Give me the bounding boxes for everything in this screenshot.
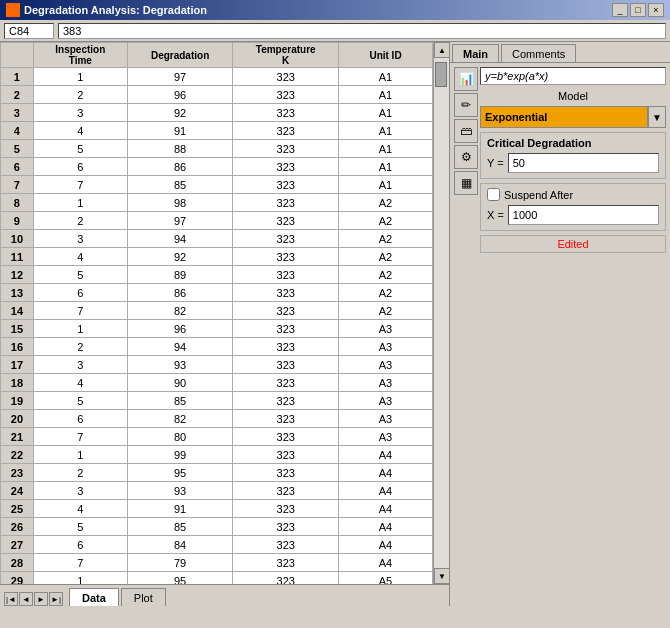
table-cell[interactable]: 3: [33, 356, 127, 374]
dropdown-arrow-icon[interactable]: ▼: [648, 106, 666, 128]
table-row[interactable]: 20682323A3: [1, 410, 433, 428]
table-cell[interactable]: 3: [1, 104, 34, 122]
table-row[interactable]: 29195323A5: [1, 572, 433, 585]
table-cell[interactable]: 97: [127, 212, 233, 230]
table-row[interactable]: 3392323A1: [1, 104, 433, 122]
table-cell[interactable]: A4: [339, 518, 433, 536]
table-cell[interactable]: 99: [127, 446, 233, 464]
table-cell[interactable]: 85: [127, 176, 233, 194]
table-cell[interactable]: 94: [127, 338, 233, 356]
table-cell[interactable]: 323: [233, 410, 339, 428]
scroll-down-button[interactable]: ▼: [434, 568, 449, 584]
table-cell[interactable]: 97: [127, 68, 233, 86]
window-controls[interactable]: _ □ ×: [612, 3, 664, 17]
table-cell[interactable]: 2: [33, 464, 127, 482]
col-header-inspection[interactable]: InspectionTime: [33, 43, 127, 68]
table-cell[interactable]: 7: [1, 176, 34, 194]
table-cell[interactable]: 323: [233, 86, 339, 104]
table-row[interactable]: 18490323A3: [1, 374, 433, 392]
table-cell[interactable]: 10: [1, 230, 34, 248]
table-cell[interactable]: 19: [1, 392, 34, 410]
table-cell[interactable]: 1: [33, 446, 127, 464]
maximize-button[interactable]: □: [630, 3, 646, 17]
table-cell[interactable]: A1: [339, 140, 433, 158]
table-row[interactable]: 14782323A2: [1, 302, 433, 320]
table-cell[interactable]: 323: [233, 338, 339, 356]
table-row[interactable]: 9297323A2: [1, 212, 433, 230]
table-cell[interactable]: 1: [1, 68, 34, 86]
table-cell[interactable]: A4: [339, 554, 433, 572]
tab-prev-button[interactable]: ◄: [19, 592, 33, 606]
table-row[interactable]: 15196323A3: [1, 320, 433, 338]
table-cell[interactable]: 323: [233, 500, 339, 518]
table-cell[interactable]: 323: [233, 536, 339, 554]
table-cell[interactable]: 7: [33, 176, 127, 194]
table-cell[interactable]: 323: [233, 176, 339, 194]
table-cell[interactable]: 20: [1, 410, 34, 428]
table-cell[interactable]: 5: [33, 518, 127, 536]
table-cell[interactable]: A1: [339, 104, 433, 122]
table-cell[interactable]: 86: [127, 158, 233, 176]
table-cell[interactable]: 5: [33, 266, 127, 284]
scroll-thumb[interactable]: [435, 62, 447, 87]
table-cell[interactable]: A3: [339, 392, 433, 410]
table-cell[interactable]: 323: [233, 104, 339, 122]
table-cell[interactable]: 1: [33, 68, 127, 86]
table-cell[interactable]: 92: [127, 104, 233, 122]
table-cell[interactable]: 323: [233, 446, 339, 464]
table-cell[interactable]: 323: [233, 212, 339, 230]
table-cell[interactable]: 89: [127, 266, 233, 284]
table-cell[interactable]: 91: [127, 500, 233, 518]
table-cell[interactable]: 9: [1, 212, 34, 230]
table-cell[interactable]: 91: [127, 122, 233, 140]
col-header-unitid[interactable]: Unit ID: [339, 43, 433, 68]
table-cell[interactable]: 323: [233, 572, 339, 585]
table-cell[interactable]: A1: [339, 68, 433, 86]
table-cell[interactable]: A3: [339, 320, 433, 338]
model-dropdown[interactable]: Exponential ▼: [480, 106, 666, 128]
table-cell[interactable]: A1: [339, 122, 433, 140]
table-row[interactable]: 10394323A2: [1, 230, 433, 248]
table-cell[interactable]: 4: [33, 500, 127, 518]
table-cell[interactable]: 4: [33, 248, 127, 266]
settings-icon-btn[interactable]: ⚙: [454, 145, 478, 169]
table-cell[interactable]: 98: [127, 194, 233, 212]
table-cell[interactable]: A3: [339, 428, 433, 446]
table-cell[interactable]: A2: [339, 284, 433, 302]
tab-last-button[interactable]: ►|: [49, 592, 63, 606]
table-cell[interactable]: A4: [339, 464, 433, 482]
table-cell[interactable]: A1: [339, 158, 433, 176]
x-value-input[interactable]: [508, 205, 659, 225]
table-cell[interactable]: 79: [127, 554, 233, 572]
table-row[interactable]: 26585323A4: [1, 518, 433, 536]
table-cell[interactable]: 82: [127, 410, 233, 428]
table-row[interactable]: 7785323A1: [1, 176, 433, 194]
table-cell[interactable]: 7: [33, 302, 127, 320]
table-scroll[interactable]: InspectionTime Degradation TemperatureK …: [0, 42, 433, 584]
table-cell[interactable]: 86: [127, 284, 233, 302]
table-cell[interactable]: 27: [1, 536, 34, 554]
table-row[interactable]: 21780323A3: [1, 428, 433, 446]
table-cell[interactable]: A3: [339, 374, 433, 392]
table-cell[interactable]: A2: [339, 266, 433, 284]
table-cell[interactable]: 24: [1, 482, 34, 500]
tab-plot[interactable]: Plot: [121, 588, 166, 606]
table-cell[interactable]: A2: [339, 248, 433, 266]
table-cell[interactable]: A3: [339, 356, 433, 374]
grid-icon-btn[interactable]: ▦: [454, 171, 478, 195]
table-cell[interactable]: 18: [1, 374, 34, 392]
close-button[interactable]: ×: [648, 3, 664, 17]
table-cell[interactable]: 93: [127, 356, 233, 374]
table-row[interactable]: 6686323A1: [1, 158, 433, 176]
cell-reference[interactable]: [4, 23, 54, 39]
right-tab-main[interactable]: Main: [452, 44, 499, 62]
table-row[interactable]: 22199323A4: [1, 446, 433, 464]
table-cell[interactable]: 82: [127, 302, 233, 320]
table-cell[interactable]: 323: [233, 392, 339, 410]
table-cell[interactable]: 14: [1, 302, 34, 320]
table-cell[interactable]: 16: [1, 338, 34, 356]
tab-first-button[interactable]: |◄: [4, 592, 18, 606]
table-cell[interactable]: 85: [127, 392, 233, 410]
table-cell[interactable]: 96: [127, 86, 233, 104]
table-row[interactable]: 11492323A2: [1, 248, 433, 266]
